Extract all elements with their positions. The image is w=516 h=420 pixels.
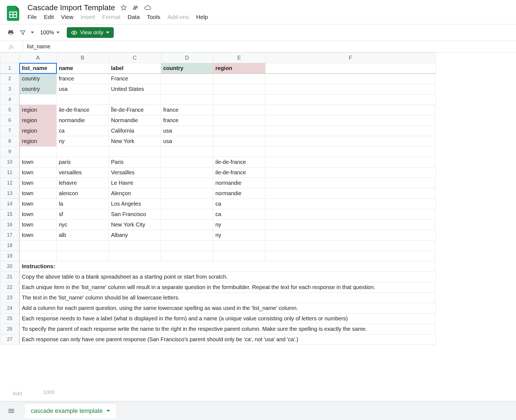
- move-to-drive-icon[interactable]: +: [132, 4, 139, 11]
- cloud-status-icon[interactable]: [144, 4, 151, 11]
- cell[interactable]: [265, 167, 436, 178]
- cell[interactable]: Add a column for each parent question, u…: [20, 303, 436, 313]
- fx-icon[interactable]: fx: [0, 41, 23, 52]
- cell[interactable]: [109, 147, 161, 157]
- row-header[interactable]: 9: [0, 147, 20, 157]
- cell[interactable]: [265, 188, 436, 199]
- cell[interactable]: [109, 94, 161, 105]
- cell[interactable]: [265, 94, 436, 105]
- cell[interactable]: ile-de-france: [57, 105, 109, 115]
- cell[interactable]: label: [109, 63, 161, 74]
- column-header-B[interactable]: B: [57, 53, 109, 63]
- cell[interactable]: [57, 94, 109, 105]
- menu-help[interactable]: Help: [196, 14, 208, 20]
- print-icon[interactable]: [7, 29, 15, 37]
- cell[interactable]: To specify the parent of each response w…: [20, 324, 436, 334]
- cell[interactable]: [265, 230, 436, 240]
- cell[interactable]: country: [20, 84, 57, 94]
- cell[interactable]: alencon: [57, 188, 109, 199]
- cell[interactable]: United States: [109, 84, 161, 94]
- row-header[interactable]: 27: [0, 334, 20, 345]
- cell[interactable]: [213, 240, 265, 251]
- column-header-F[interactable]: F: [265, 53, 436, 63]
- menu-tools[interactable]: Tools: [147, 14, 160, 20]
- cell[interactable]: [213, 115, 265, 126]
- row-header[interactable]: 12: [0, 178, 20, 188]
- cell[interactable]: [161, 147, 213, 157]
- cell[interactable]: lehavre: [57, 178, 109, 188]
- cell[interactable]: Versailles: [109, 167, 161, 178]
- cell[interactable]: [161, 220, 213, 230]
- row-header[interactable]: 7: [0, 126, 20, 136]
- sheets-logo[interactable]: [5, 4, 22, 21]
- cell[interactable]: country: [20, 74, 57, 84]
- cell[interactable]: usa: [161, 136, 213, 147]
- cell[interactable]: Each unique item in the 'list_name' colu…: [20, 282, 436, 293]
- row-header[interactable]: 4: [0, 94, 20, 105]
- row-header[interactable]: 6: [0, 115, 20, 126]
- cell[interactable]: ca: [213, 209, 265, 220]
- formula-input[interactable]: list_name: [23, 43, 516, 50]
- cell[interactable]: Le Havre: [109, 178, 161, 188]
- menu-addons[interactable]: Add-ons: [168, 14, 189, 20]
- cell[interactable]: [213, 136, 265, 147]
- cell[interactable]: [265, 105, 436, 115]
- cell[interactable]: [161, 74, 213, 84]
- cell[interactable]: [265, 115, 436, 126]
- cell[interactable]: town: [20, 220, 57, 230]
- row-header[interactable]: 21: [0, 272, 20, 282]
- cell[interactable]: normandie: [213, 178, 265, 188]
- cell[interactable]: Each response can only have one parent r…: [20, 334, 436, 345]
- cell[interactable]: [161, 178, 213, 188]
- cell[interactable]: town: [20, 230, 57, 240]
- cell[interactable]: [265, 147, 436, 157]
- cell[interactable]: region: [20, 126, 57, 136]
- cell[interactable]: Each response needs to have a label (wha…: [20, 313, 436, 324]
- sheet-tab[interactable]: cascade example template: [25, 404, 116, 418]
- cell[interactable]: town: [20, 167, 57, 178]
- row-header[interactable]: 11: [0, 167, 20, 178]
- cell[interactable]: france: [161, 105, 213, 115]
- cell[interactable]: region: [20, 105, 57, 115]
- cell[interactable]: usa: [161, 126, 213, 136]
- cell[interactable]: [213, 74, 265, 84]
- cell[interactable]: [265, 136, 436, 147]
- cell[interactable]: [20, 94, 57, 105]
- cell[interactable]: [265, 209, 436, 220]
- cell[interactable]: [20, 251, 57, 261]
- cell[interactable]: list_name: [20, 63, 57, 74]
- cell[interactable]: [265, 63, 436, 74]
- row-header[interactable]: 10: [0, 157, 20, 167]
- chevron-down-icon[interactable]: [107, 410, 110, 412]
- cell[interactable]: [213, 126, 265, 136]
- document-title[interactable]: Cascade Import Template: [27, 3, 115, 12]
- cell[interactable]: [265, 220, 436, 230]
- cell[interactable]: ile-de-france: [213, 157, 265, 167]
- cell[interactable]: [265, 178, 436, 188]
- cell[interactable]: region: [213, 63, 265, 74]
- cell[interactable]: [161, 167, 213, 178]
- row-header[interactable]: 17: [0, 230, 20, 240]
- all-sheets-icon[interactable]: [5, 405, 17, 417]
- cell[interactable]: New York: [109, 136, 161, 147]
- cell[interactable]: [109, 251, 161, 261]
- cell[interactable]: [109, 240, 161, 251]
- cell[interactable]: usa: [57, 84, 109, 94]
- cell[interactable]: [161, 199, 213, 209]
- filter-dropdown-icon[interactable]: [31, 32, 34, 33]
- cell[interactable]: paris: [57, 157, 109, 167]
- cell[interactable]: sf: [57, 209, 109, 220]
- cell[interactable]: name: [57, 63, 109, 74]
- cell[interactable]: Paris: [109, 157, 161, 167]
- zoom-selector[interactable]: 100%: [40, 29, 60, 36]
- column-header-D[interactable]: D: [161, 53, 213, 63]
- cell[interactable]: [20, 240, 57, 251]
- menu-data[interactable]: Data: [127, 14, 140, 20]
- row-header[interactable]: 3: [0, 84, 20, 94]
- cell[interactable]: country: [161, 63, 213, 74]
- row-header[interactable]: 19: [0, 251, 20, 261]
- menu-insert[interactable]: Insert: [81, 14, 95, 20]
- cell[interactable]: [265, 84, 436, 94]
- cell[interactable]: [265, 74, 436, 84]
- cell[interactable]: [265, 126, 436, 136]
